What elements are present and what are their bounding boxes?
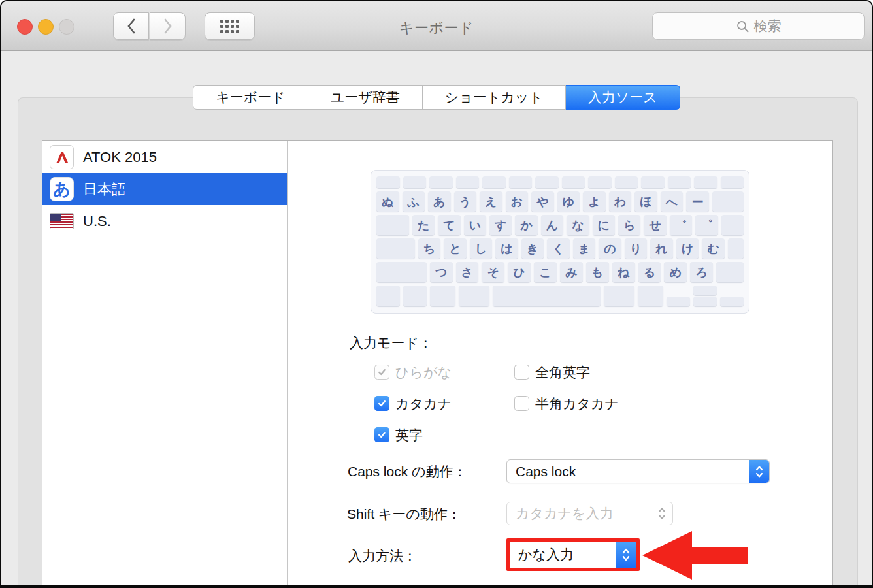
input-mode-label: 入力モード： bbox=[350, 335, 433, 351]
keyboard-key: ひ bbox=[508, 262, 531, 282]
keyboard-key: な bbox=[567, 215, 589, 235]
keyboard-key bbox=[376, 238, 415, 259]
checkbox-box[interactable] bbox=[374, 427, 389, 442]
checkbox-英字[interactable]: 英字 bbox=[374, 427, 514, 442]
keyboard-key: に bbox=[593, 215, 615, 235]
checkbox-box[interactable] bbox=[374, 396, 389, 411]
checkbox-ひらがな: ひらがな bbox=[374, 365, 514, 380]
keyboard-key bbox=[721, 176, 744, 188]
tab-ユーザ辞書[interactable]: ユーザ辞書 bbox=[308, 85, 423, 110]
keyboard-key: さ bbox=[456, 262, 479, 282]
keyboard-key bbox=[403, 286, 427, 306]
input-method-dropdown[interactable]: かな入力 bbox=[510, 542, 616, 568]
caps-lock-label: Caps lock の動作： bbox=[348, 463, 467, 480]
keyboard-key bbox=[693, 286, 717, 295]
input-source-row[interactable]: あ日本語 bbox=[42, 173, 287, 205]
tab-入力ソース[interactable]: 入力ソース bbox=[566, 85, 680, 110]
keyboard-key bbox=[535, 176, 559, 188]
keyboard-key: ん bbox=[541, 215, 563, 235]
keyboard-key: ほ bbox=[634, 191, 657, 212]
keyboard-key bbox=[376, 262, 427, 282]
keyboard-key bbox=[562, 176, 585, 188]
caps-lock-dropdown[interactable]: Caps lock bbox=[506, 459, 770, 483]
checkbox-label: 半角カタカナ bbox=[535, 395, 619, 413]
keyboard-key: み bbox=[560, 262, 583, 282]
keyboard-key bbox=[456, 176, 480, 188]
input-source-row[interactable]: ATOK 2015 bbox=[42, 141, 287, 173]
keyboard-key bbox=[604, 286, 634, 306]
checkbox-box[interactable] bbox=[514, 365, 529, 380]
input-source-row[interactable]: U.S. bbox=[42, 205, 287, 237]
search-placeholder: 検索 bbox=[754, 17, 782, 35]
keyboard-key: ま bbox=[573, 238, 596, 259]
arrow-key bbox=[720, 286, 744, 306]
keyboard-key: め bbox=[664, 262, 687, 282]
keyboard-key: り bbox=[625, 238, 648, 259]
keyboard-key: あ bbox=[428, 191, 451, 212]
keyboard-key: へ bbox=[661, 191, 684, 212]
keyboard-key: れ bbox=[650, 238, 673, 259]
checkbox-box[interactable] bbox=[514, 396, 529, 411]
arrow-keys-updown bbox=[693, 286, 717, 306]
checkbox-半角カタカナ[interactable]: 半角カタカナ bbox=[514, 396, 619, 411]
keyboard-key bbox=[720, 297, 744, 306]
keyboard-key: ら bbox=[618, 215, 640, 235]
keyboard-key bbox=[693, 297, 717, 306]
search-input[interactable]: 検索 bbox=[652, 12, 865, 40]
keyboard-key: そ bbox=[482, 262, 504, 282]
search-icon bbox=[736, 20, 749, 33]
keyboard-row: ぬふあうえおやゆよわほへー bbox=[376, 191, 744, 212]
keyboard-layout-preview: ぬふあうえおやゆよわほへーたていすかんなにらせ゛゜ちとしはきくまのりれけむつさそ… bbox=[371, 170, 749, 314]
keyboard-key bbox=[403, 176, 427, 188]
keyboard-key: せ bbox=[644, 215, 666, 235]
shift-key-label: Shift キーの動作： bbox=[347, 506, 461, 523]
keyboard-key: ち bbox=[418, 238, 441, 259]
keyboard-key bbox=[615, 176, 638, 188]
keyboard-key: む bbox=[702, 238, 725, 259]
checkbox-カタカナ[interactable]: カタカナ bbox=[374, 396, 514, 411]
stepper-arrows-icon[interactable] bbox=[616, 542, 636, 568]
keyboard-key bbox=[430, 286, 456, 306]
list-divider bbox=[287, 141, 288, 588]
atok-icon bbox=[50, 145, 74, 169]
checkbox-全角英字[interactable]: 全角英字 bbox=[514, 365, 619, 380]
keyboard-key bbox=[376, 286, 400, 306]
keyboard-key bbox=[376, 215, 409, 235]
annotation-red-box: かな入力 bbox=[506, 538, 640, 571]
input-mode-checkbox-group: ひらがな全角英字カタカナ半角カタカナ英字 bbox=[374, 365, 619, 442]
keyboard-key: ぬ bbox=[376, 191, 399, 212]
input-source-label: ATOK 2015 bbox=[83, 149, 157, 166]
system-preferences-window: キーボード 検索 キーボードユーザ辞書ショートカット入力ソース ATOK 201… bbox=[0, 0, 873, 588]
space-key bbox=[493, 286, 601, 306]
keyboard-key: ー bbox=[686, 191, 709, 212]
caps-lock-value: Caps lock bbox=[507, 464, 749, 480]
stepper-arrows-icon bbox=[749, 460, 769, 483]
keyboard-key bbox=[588, 176, 612, 188]
annotation-arrow-icon bbox=[641, 530, 749, 581]
keyboard-key bbox=[429, 176, 453, 188]
keyboard-key: き bbox=[521, 238, 544, 259]
keyboard-key: う bbox=[454, 191, 477, 212]
tab-キーボード[interactable]: キーボード bbox=[193, 85, 308, 110]
flag-canton bbox=[50, 214, 61, 221]
keyboard-key bbox=[638, 286, 664, 306]
keyboard-key: て bbox=[438, 215, 460, 235]
keyboard-key: す bbox=[489, 215, 512, 235]
keyboard-row: たていすかんなにらせ゛゜ bbox=[376, 215, 744, 235]
keyboard-key: え bbox=[480, 191, 502, 212]
keyboard-key: わ bbox=[609, 191, 632, 212]
checkbox-label: 全角英字 bbox=[535, 363, 590, 382]
keyboard-key: の bbox=[599, 238, 621, 259]
keyboard-key bbox=[728, 238, 744, 259]
keyboard-key: ふ bbox=[403, 191, 425, 212]
shift-key-dropdown: カタカナを入力 bbox=[506, 502, 673, 525]
keyboard-key bbox=[668, 176, 691, 188]
keyboard-key: お bbox=[506, 191, 529, 212]
tab-ショートカット[interactable]: ショートカット bbox=[423, 85, 566, 110]
keyboard-key bbox=[641, 176, 665, 188]
checkbox-box bbox=[374, 365, 389, 380]
keyboard-key bbox=[694, 176, 717, 188]
keyboard-key: ゜ bbox=[695, 215, 717, 235]
checkbox-label: 英字 bbox=[395, 426, 423, 444]
keyboard-key: ろ bbox=[690, 262, 713, 282]
